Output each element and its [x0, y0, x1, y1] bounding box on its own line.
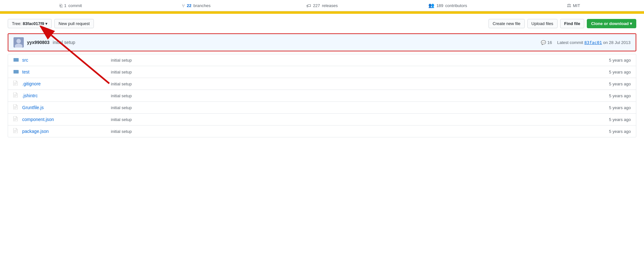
table-row: component.jsoninitial setup5 years ago [8, 114, 636, 126]
file-name-link[interactable]: .jshintrc [22, 93, 106, 98]
stats-bar: ⎗ 1 commit ⑂ 22 branches 🏷 227 releases … [0, 0, 644, 11]
file-commit-message: initial setup [106, 105, 579, 110]
file-commit-message: initial setup [106, 70, 579, 74]
stat-releases[interactable]: 🏷 227 releases [259, 3, 385, 8]
commit-comments[interactable]: 💬 16 [541, 40, 552, 45]
file-commit-message: initial setup [106, 93, 579, 98]
file-commit-message: initial setup [106, 117, 579, 122]
file-commit-message: initial setup [106, 58, 579, 63]
commit-bar: yyx990803 initial setup 💬 16 Latest comm… [8, 34, 636, 51]
toolbar-left: Tree: 83fac017f9 ▾ New pull request [8, 19, 94, 28]
releases-count: 227 [313, 3, 320, 8]
table-row: testinitial setup5 years ago [8, 66, 636, 78]
file-age: 5 years ago [579, 129, 631, 134]
stat-branches[interactable]: ⑂ 22 branches [133, 3, 259, 8]
file-commit-message: initial setup [106, 129, 579, 134]
commit-bar-wrapper: yyx990803 initial setup 💬 16 Latest comm… [8, 33, 636, 51]
file-age: 5 years ago [579, 93, 631, 98]
file-name-link[interactable]: src [22, 57, 106, 63]
file-icon [13, 104, 22, 111]
file-commit-message: initial setup [106, 82, 579, 86]
file-icon [13, 92, 22, 99]
table-row: .jshintrcinitial setup5 years ago [8, 90, 636, 102]
contributors-label: contributors [445, 3, 467, 8]
table-row: Gruntfile.jsinitial setup5 years ago [8, 102, 636, 114]
find-file-button[interactable]: Find file [560, 19, 585, 28]
new-pull-request-button[interactable]: New pull request [54, 19, 94, 28]
toolbar-right: Create new file Upload files Find file C… [488, 19, 636, 28]
create-new-file-label: Create new file [493, 21, 521, 26]
file-icon [13, 128, 22, 134]
table-row: .gitignoreinitial setup5 years ago [8, 78, 636, 90]
language-bar [0, 11, 644, 14]
new-pull-request-label: New pull request [58, 21, 90, 26]
file-age: 5 years ago [579, 82, 631, 86]
file-age: 5 years ago [579, 117, 631, 122]
commit-message: initial setup [53, 40, 75, 45]
upload-files-button[interactable]: Upload files [527, 19, 558, 28]
license-label: MIT [573, 3, 580, 8]
stat-license[interactable]: ⚖ MIT [511, 3, 636, 8]
file-age: 5 years ago [579, 105, 631, 110]
folder-icon [13, 57, 22, 63]
chevron-down-icon: ▾ [45, 21, 48, 26]
avatar [13, 37, 24, 48]
latest-commit-label: Latest commit 83fac01 on 28 Jul 2013 [557, 40, 631, 45]
svg-point-1 [16, 39, 21, 43]
stat-contributors[interactable]: 👥 189 contributors [385, 3, 511, 8]
file-age: 5 years ago [579, 70, 631, 74]
branches-count: 22 [187, 3, 191, 8]
clone-or-download-button[interactable]: Clone or download ▾ [587, 19, 636, 28]
contributors-count: 189 [436, 3, 443, 8]
clone-or-download-label: Clone or download ▾ [591, 21, 632, 26]
file-name-link[interactable]: .gitignore [22, 81, 106, 86]
contributors-icon: 👥 [428, 3, 434, 8]
tree-selector[interactable]: Tree: 83fac017f9 ▾ [8, 19, 52, 28]
branches-label: branches [193, 3, 210, 8]
file-age: 5 years ago [579, 58, 631, 63]
stat-commits[interactable]: ⎗ 1 commit [8, 3, 133, 8]
tree-hash: 83fac017f9 [23, 21, 44, 26]
comment-icon: 💬 [541, 40, 546, 45]
comment-count: 16 [547, 40, 552, 45]
file-name-link[interactable]: package.json [22, 129, 106, 134]
file-table: srcinitial setup5 years ago testinitial … [8, 54, 636, 137]
find-file-label: Find file [564, 21, 580, 26]
upload-files-label: Upload files [532, 21, 553, 26]
commit-bar-right: 💬 16 Latest commit 83fac01 on 28 Jul 201… [541, 40, 631, 45]
releases-label: releases [322, 3, 338, 8]
table-row: package.jsoninitial setup5 years ago [8, 126, 636, 137]
file-icon [13, 81, 22, 87]
commits-label: commit [68, 3, 82, 8]
license-icon: ⚖ [567, 3, 571, 8]
commit-author[interactable]: yyx990803 [27, 40, 49, 45]
commits-icon: ⎗ [59, 3, 62, 8]
file-name-link[interactable]: test [22, 69, 106, 74]
tree-label: Tree: [12, 21, 22, 26]
branches-icon: ⑂ [182, 3, 185, 8]
file-name-link[interactable]: component.json [22, 117, 106, 122]
commit-bar-left: yyx990803 initial setup [13, 37, 75, 48]
releases-icon: 🏷 [306, 3, 311, 8]
commit-sha-link[interactable]: 83fac01 [584, 40, 602, 45]
table-row: srcinitial setup5 years ago [8, 54, 636, 66]
file-name-link[interactable]: Gruntfile.js [22, 105, 106, 110]
toolbar: Tree: 83fac017f9 ▾ New pull request Crea… [0, 14, 644, 33]
create-new-file-button[interactable]: Create new file [488, 19, 525, 28]
file-icon [13, 116, 22, 123]
folder-icon [13, 69, 22, 75]
commits-count: 1 [64, 3, 67, 8]
